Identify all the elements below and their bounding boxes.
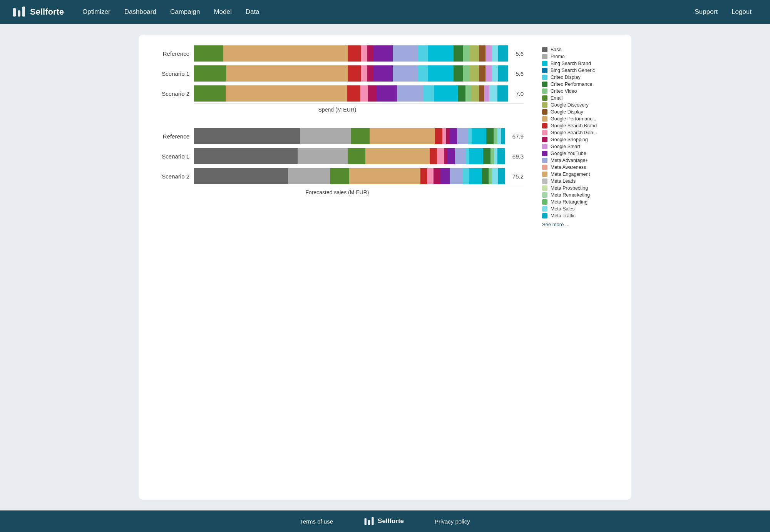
nav-data[interactable]: Data (239, 5, 266, 19)
bar-segment (376, 85, 397, 102)
bar-segment (469, 65, 479, 82)
legend-item: Meta Remarketing (542, 192, 619, 198)
footer-logo-icon (364, 516, 375, 527)
legend-item: Google Search Brand (542, 123, 619, 128)
bar-segment (485, 65, 492, 82)
logo-text: Sellforte (30, 7, 64, 17)
legend-area: BasePromoBing Search BrandBing Search Ge… (542, 45, 619, 489)
bar-segment (471, 85, 479, 102)
bar-segment (490, 148, 494, 164)
bar-segment (463, 65, 470, 82)
bar-segment (194, 85, 226, 102)
legend-label: Bing Search Brand (551, 61, 591, 66)
bar-segment (434, 85, 458, 102)
sales-chart-title: Forecasted sales (M EUR) (151, 189, 524, 195)
bar-segment (194, 148, 298, 164)
bar-segment (450, 128, 457, 144)
bar-segment (367, 45, 373, 62)
nav-right: Support Logout (688, 5, 758, 19)
bar-segment (479, 85, 484, 102)
nav-optimizer[interactable]: Optimizer (76, 5, 117, 19)
legend-swatch (542, 68, 547, 73)
legend-label: Meta Traffic (551, 213, 576, 218)
bar-segment (492, 65, 498, 82)
sales-x-axis (194, 186, 524, 186)
legend-label: Criteo Display (551, 75, 581, 80)
legend-item: Bing Search Brand (542, 61, 619, 66)
main-card: Reference5.6Scenario 15.6Scenario 27.0 S… (139, 35, 631, 500)
bar-segment (418, 45, 428, 62)
app-header: Sellforte Optimizer Dashboard Campaign M… (0, 0, 770, 24)
bar-segment (458, 85, 466, 102)
legend-swatch (542, 130, 547, 135)
legend-item: Meta Retargeting (542, 199, 619, 205)
legend-label: Meta Awareness (551, 165, 586, 170)
bar-segment (442, 128, 446, 144)
legend-swatch (542, 192, 547, 198)
legend-label: Google Performanc... (551, 116, 596, 122)
terms-link[interactable]: Terms of use (300, 518, 333, 525)
bar-segment (373, 65, 393, 82)
spend-chart-section: Reference5.6Scenario 15.6Scenario 27.0 S… (151, 45, 524, 113)
nav-support[interactable]: Support (688, 5, 724, 19)
legend-swatch (542, 185, 547, 191)
legend-swatch (542, 54, 547, 59)
legend-swatch (542, 172, 547, 177)
row-label: Reference (151, 133, 189, 140)
legend-swatch (542, 95, 547, 101)
row-label: Scenario 2 (151, 90, 189, 97)
bar-segment (497, 85, 508, 102)
logo-icon (12, 5, 26, 19)
bar-segment (226, 65, 348, 82)
bar-segment (447, 148, 455, 164)
nav-logout[interactable]: Logout (725, 5, 758, 19)
nav-model[interactable]: Model (208, 5, 238, 19)
privacy-link[interactable]: Privacy policy (435, 518, 470, 525)
spend-chart-title: Spend (M EUR) (151, 107, 524, 113)
app-footer: Terms of use Sellforte Privacy policy (0, 510, 770, 532)
chart-row: Scenario 275.2 (151, 168, 524, 184)
nav-dashboard[interactable]: Dashboard (118, 5, 162, 19)
bar-segment (194, 128, 300, 144)
bar-segment (347, 85, 360, 102)
bar-segment (454, 45, 463, 62)
row-label: Scenario 1 (151, 70, 189, 77)
svg-rect-1 (18, 10, 20, 17)
legend-item: Bing Search Generic (542, 68, 619, 73)
see-more-link[interactable]: See more ... (542, 222, 619, 227)
legend-label: Meta Sales (551, 206, 575, 212)
legend-item: Meta Leads (542, 178, 619, 184)
bar-segment (194, 45, 223, 62)
bar-segment (489, 168, 492, 184)
bar-segment (501, 128, 504, 144)
nav-campaign[interactable]: Campaign (164, 5, 206, 19)
spend-x-axis (194, 103, 524, 103)
bar-container (194, 45, 508, 62)
legend-label: Criteo Performance (551, 82, 592, 87)
legend-label: Meta Advantage+ (551, 158, 588, 163)
legend-label: Meta Prospecting (551, 185, 588, 191)
bar-value: 67.9 (512, 133, 524, 140)
chart-row: Reference67.9 (151, 128, 524, 144)
row-label: Scenario 1 (151, 153, 189, 160)
bar-segment (351, 128, 369, 144)
bar-segment (446, 128, 450, 144)
bar-segment (348, 148, 365, 164)
bar-segment (367, 65, 373, 82)
legend-item: Criteo Video (542, 88, 619, 94)
legend-label: Google Shopping (551, 137, 588, 142)
bar-segment (424, 85, 434, 102)
bar-segment (469, 45, 479, 62)
legend-swatch (542, 165, 547, 170)
bar-segment (223, 45, 348, 62)
legend-item: Google Shopping (542, 137, 619, 142)
bar-segment (489, 85, 497, 102)
bar-segment (434, 168, 440, 184)
bar-segment (457, 128, 468, 144)
bar-segment (486, 128, 494, 144)
legend-label: Criteo Video (551, 88, 577, 94)
legend-item: Meta Awareness (542, 165, 619, 170)
bar-segment (472, 128, 486, 144)
bar-segment (498, 65, 508, 82)
bar-segment (485, 45, 492, 62)
